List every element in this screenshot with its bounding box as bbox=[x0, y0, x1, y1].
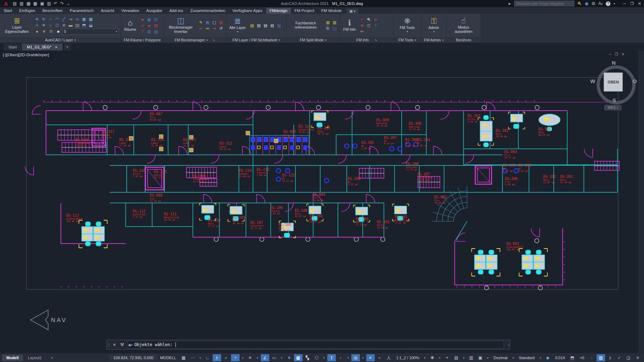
zoom-in-icon[interactable]: ⊕ bbox=[359, 23, 365, 28]
fm-tools-button[interactable]: ❋ FM Tools▾ bbox=[398, 17, 416, 34]
object-frame-icon[interactable]: ▭ bbox=[270, 354, 278, 361]
grid-icon[interactable]: ▦ bbox=[179, 354, 188, 361]
dyn-ucs-icon[interactable]: ▫ bbox=[337, 354, 345, 361]
move-icon[interactable]: ✛ bbox=[34, 17, 40, 22]
ribbon-tab-zusammenarbeiten[interactable]: Zusammenarbeiten bbox=[187, 8, 229, 14]
block-search-icon[interactable]: ≕ bbox=[205, 26, 211, 31]
gizmo-icon[interactable]: ◎ bbox=[351, 354, 360, 361]
bulb-icon[interactable]: ● bbox=[34, 29, 40, 34]
block-stamp-icon[interactable]: ▧ bbox=[218, 20, 224, 25]
room-grid-icon[interactable]: ▦ bbox=[146, 17, 152, 22]
panel-label-fm-admin[interactable]: FM Admin▾ bbox=[421, 37, 446, 43]
snap-grid-icon[interactable]: ⋯ bbox=[189, 354, 197, 361]
blockmanager-button[interactable]: ◫ Blockmanager Inventar bbox=[166, 17, 196, 34]
extrude-icon[interactable]: ⬓ bbox=[88, 23, 94, 28]
viewport-minimize-icon[interactable]: ─ bbox=[609, 52, 611, 56]
drawing-canvas[interactable]: [-][Oben][2D-Drahtkörper] ─ ❐ ✕ EG-007Fl… bbox=[0, 51, 644, 353]
window-restore-button[interactable]: ❐ bbox=[630, 1, 634, 6]
crosshair-icon[interactable]: + bbox=[443, 354, 452, 361]
autosave-icon[interactable]: ✓ bbox=[615, 354, 623, 361]
block-table-icon[interactable]: ▦ bbox=[205, 20, 211, 25]
model-space-button[interactable]: MODELL bbox=[157, 355, 178, 361]
ortho-icon[interactable]: ⌐ bbox=[222, 354, 230, 361]
elevation-icon[interactable]: ◆ bbox=[544, 354, 552, 361]
menu-icon[interactable]: ≡ bbox=[633, 354, 642, 361]
dynamic-input-icon[interactable]: ∟ bbox=[203, 354, 212, 361]
command-grip-handle[interactable]: ⣿ bbox=[107, 343, 111, 346]
layer-doc-up-icon[interactable]: ▤ bbox=[263, 23, 269, 28]
region-icon[interactable]: ▩ bbox=[88, 17, 94, 22]
hatch-icon[interactable]: ▦ bbox=[81, 17, 87, 22]
snap-caret[interactable]: ▾ bbox=[198, 354, 203, 361]
isolate-icon[interactable]: ◌ bbox=[587, 354, 596, 361]
collapse-search-icon[interactable]: ▸ bbox=[508, 1, 511, 6]
panel-label-fm-layer[interactable]: FM Layer / FM Sichtbarkeit▾ bbox=[226, 37, 286, 43]
block-list-icon[interactable]: ≔ bbox=[198, 26, 204, 31]
circle-icon[interactable]: ○ bbox=[47, 17, 53, 22]
layer-color-swatch[interactable]: ■ bbox=[55, 29, 61, 34]
window-close-button[interactable]: ✕ bbox=[638, 1, 641, 6]
command-customize-icon[interactable]: ⚒︎ bbox=[118, 342, 126, 347]
ribbon-tab-fmdesign[interactable]: FMdesign bbox=[266, 8, 291, 14]
help-search-input[interactable] bbox=[514, 1, 574, 6]
viewcube-north[interactable]: N bbox=[612, 60, 616, 66]
autodesk-icon[interactable]: A▾ bbox=[598, 1, 603, 6]
ucs-icon[interactable]: ↥ bbox=[327, 354, 336, 361]
polar-tracking-icon[interactable]: ◔ bbox=[231, 354, 240, 361]
layer-select-dropdown[interactable]: 0▾ bbox=[62, 29, 119, 35]
edit-pencil-icon[interactable]: ✏︎ bbox=[359, 29, 365, 34]
layout1-tab[interactable]: Layout1 bbox=[24, 355, 46, 361]
osnap-angle-icon[interactable]: ∠ bbox=[261, 354, 269, 361]
history-icon[interactable]: 🕒︎ bbox=[366, 23, 372, 28]
open-file-icon[interactable]: ▧ bbox=[19, 1, 23, 6]
panel-label-fm-split[interactable]: FM Split Mode▾ bbox=[287, 37, 340, 43]
arc-icon[interactable]: ◠ bbox=[54, 17, 60, 22]
block-refresh-icon[interactable]: ↺ bbox=[218, 26, 224, 31]
room-copy-icon[interactable]: ▥ bbox=[146, 29, 152, 34]
layer-freeze-icon[interactable]: ❄︎ bbox=[41, 23, 47, 28]
zoom-out-icon[interactable]: ⊖ bbox=[373, 17, 379, 22]
panel-label-fm-raeume[interactable]: FM Räume / Polygone bbox=[121, 37, 163, 43]
polygon-add-icon[interactable]: ▱ bbox=[139, 23, 145, 28]
viewcube-south[interactable]: S bbox=[613, 97, 616, 103]
file-tab-document[interactable]: M1_G1_0EG* ✕ bbox=[22, 43, 63, 51]
line-icon[interactable]: ╱ bbox=[61, 17, 67, 22]
viewport-restore-icon[interactable]: ❐ bbox=[615, 52, 618, 56]
dyn-ucs-caret[interactable]: ▾ bbox=[346, 354, 351, 361]
layer-doc-up2-icon[interactable]: ▤ bbox=[269, 23, 275, 28]
model-tab[interactable]: Modell bbox=[2, 355, 23, 361]
customize-icon[interactable]: ⌄ bbox=[67, 1, 70, 6]
layer-lock-icon[interactable]: ⊜ bbox=[61, 23, 67, 28]
command-input[interactable]: ▣▾ Objekte wählen: bbox=[127, 341, 504, 349]
close-tab-icon[interactable]: ✕ bbox=[55, 45, 58, 49]
right-scrollbar[interactable] bbox=[639, 51, 644, 353]
room-question-icon[interactable]: ? bbox=[139, 29, 145, 34]
save-as-icon[interactable]: ▩ bbox=[33, 1, 37, 6]
units-button[interactable]: Dezimal bbox=[491, 355, 510, 361]
annotation-scale-button[interactable]: 1:1_2 / 100% bbox=[394, 355, 422, 361]
room-pick-icon[interactable]: ▧ bbox=[153, 29, 159, 34]
osnap-cursor-icon[interactable]: ⌖ bbox=[366, 354, 375, 361]
box-3d-icon[interactable]: ⬒ bbox=[81, 23, 87, 28]
annotation-icon[interactable]: 人 bbox=[385, 354, 393, 361]
lineweight-icon[interactable]: ≡ bbox=[285, 354, 293, 361]
app-store-icon[interactable]: ⊞ bbox=[592, 1, 595, 6]
rotate-icon[interactable]: ↻ bbox=[41, 17, 47, 22]
gizmo-caret[interactable]: ▾ bbox=[361, 354, 366, 361]
cube-caret[interactable]: ▾ bbox=[322, 354, 327, 361]
ribbon-tab-beschriften[interactable]: Beschriften bbox=[39, 8, 67, 14]
hatch-toggle-icon[interactable]: ▨ bbox=[597, 354, 605, 361]
unlock-icon[interactable]: ⊓ bbox=[48, 29, 54, 34]
new-file-icon[interactable]: ▤ bbox=[13, 1, 17, 6]
isodraft-icon[interactable]: ✕ bbox=[246, 354, 254, 361]
isodraft-caret[interactable]: ▾ bbox=[255, 354, 260, 361]
room-frame-icon[interactable]: 回 bbox=[153, 17, 159, 22]
autocad-logo-icon[interactable]: A bbox=[2, 0, 10, 7]
osnap2-icon[interactable]: ⌁ bbox=[375, 354, 384, 361]
ribbon-tab-ausgabe[interactable]: Ausgabe bbox=[143, 8, 166, 14]
ribbon-tab-einfügen[interactable]: Einfügen bbox=[16, 8, 39, 14]
polygon-book-icon[interactable]: ▤ bbox=[153, 23, 159, 28]
wks-dropdown[interactable]: WKS ▿ bbox=[604, 105, 621, 110]
block-edit-icon[interactable]: ✎ bbox=[198, 20, 204, 25]
save-icon[interactable]: ▦ bbox=[27, 1, 30, 6]
